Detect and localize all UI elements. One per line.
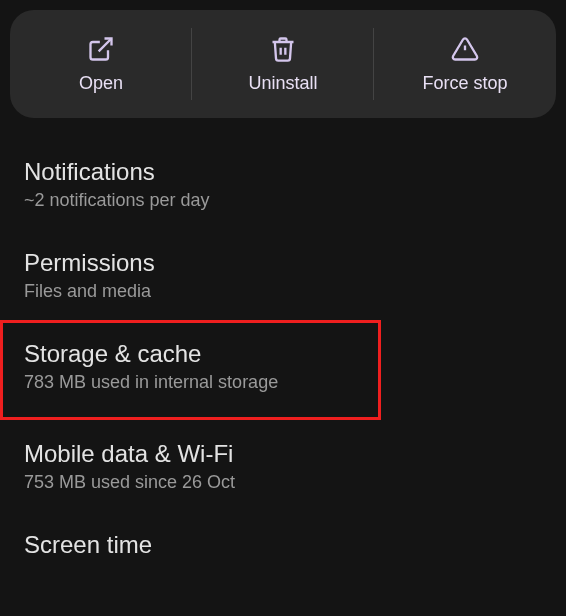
warning-icon [451,35,479,63]
screen-time-title: Screen time [24,531,542,559]
open-icon [87,35,115,63]
trash-icon [269,35,297,63]
force-stop-button[interactable]: Force stop [374,10,556,118]
action-button-row: Open Uninstall Force stop [10,10,556,118]
storage-subtitle: 783 MB used in internal storage [24,372,357,393]
open-label: Open [79,73,123,94]
force-stop-label: Force stop [422,73,507,94]
storage-cache-item[interactable]: Storage & cache 783 MB used in internal … [0,320,381,420]
data-subtitle: 753 MB used since 26 Oct [24,472,542,493]
storage-title: Storage & cache [24,340,357,368]
permissions-item[interactable]: Permissions Files and media [0,229,566,320]
mobile-data-wifi-item[interactable]: Mobile data & Wi-Fi 753 MB used since 26… [0,420,566,511]
permissions-title: Permissions [24,249,542,277]
screen-time-item[interactable]: Screen time [0,511,566,581]
permissions-subtitle: Files and media [24,281,542,302]
notifications-subtitle: ~2 notifications per day [24,190,542,211]
notifications-item[interactable]: Notifications ~2 notifications per day [0,138,566,229]
uninstall-button[interactable]: Uninstall [192,10,374,118]
svg-line-0 [99,38,112,51]
settings-list: Notifications ~2 notifications per day P… [0,138,566,581]
open-button[interactable]: Open [10,10,192,118]
uninstall-label: Uninstall [248,73,317,94]
data-title: Mobile data & Wi-Fi [24,440,542,468]
notifications-title: Notifications [24,158,542,186]
